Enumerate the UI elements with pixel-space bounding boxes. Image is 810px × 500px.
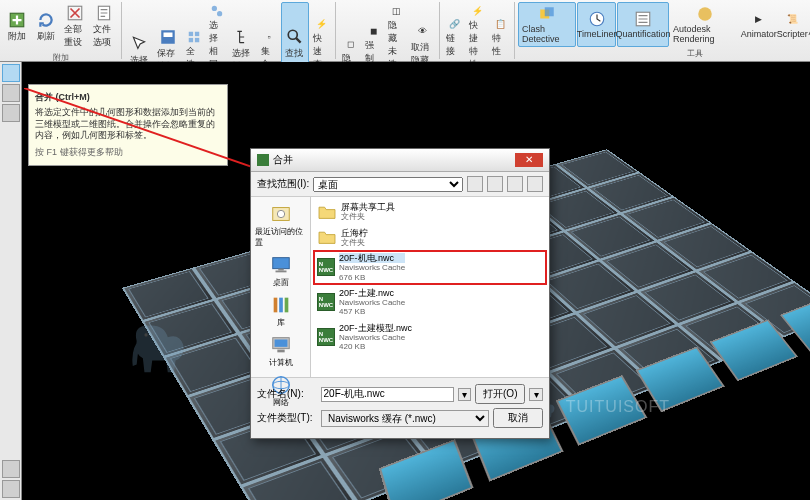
tooltip-hint: 按 F1 键获得更多帮助 [35, 146, 221, 159]
close-icon[interactable]: ✕ [515, 153, 543, 167]
left-tool-2[interactable] [2, 84, 20, 102]
filetype-select[interactable]: Navisworks 缓存 (*.nwc) [321, 410, 489, 427]
view-menu-button[interactable] [527, 176, 543, 192]
dialog-title-text: 合并 [273, 153, 293, 167]
list-item[interactable]: NNWC20F-土建模型.nwcNavisworks Cache420 KB [313, 320, 547, 355]
scripter-button[interactable]: 📜Scripter [777, 2, 808, 47]
sidebar-desktop[interactable]: 桌面 [253, 252, 308, 290]
navisworks-icon [257, 154, 269, 166]
lookin-label: 查找范围(I): [257, 177, 309, 191]
ribbon-toolbar: 附加 刷新 全部重设 文件选项 附加 选择 保存选择 全选 选择相同对象 选择树… [0, 0, 810, 62]
file-list[interactable]: 屏幕共享工具文件夹 丘海柠文件夹 NNWC20F-机电.nwcNaviswork… [311, 197, 549, 377]
open-button[interactable]: 打开(O) [475, 384, 525, 404]
filename-dropdown[interactable]: ▾ [458, 388, 472, 401]
left-toolbar [0, 62, 22, 500]
animator-button[interactable]: ▶Animator [741, 2, 776, 47]
sidebar-recent[interactable]: 最近访问的位置 [253, 201, 308, 250]
svg-point-16 [698, 7, 712, 21]
svg-point-20 [277, 210, 284, 217]
svg-rect-25 [279, 298, 283, 313]
quantification-button[interactable]: Quantification [617, 2, 669, 47]
merge-dialog: 合并 ✕ 查找范围(I): 桌面 最近访问的位置 桌面 库 计算机 网络 屏幕共… [250, 148, 550, 439]
svg-rect-6 [195, 32, 199, 36]
merge-tooltip: 合并 (Ctrl+M) 将选定文件中的几何图形和数据添加到当前的三维模型或二维图… [28, 84, 228, 166]
nwc-icon: NNWC [317, 258, 335, 276]
dialog-sidebar: 最近访问的位置 桌面 库 计算机 网络 [251, 197, 311, 377]
append-button[interactable]: 附加 [3, 2, 31, 51]
nwc-icon: NNWC [317, 328, 335, 346]
svg-rect-28 [274, 340, 287, 347]
svg-point-10 [217, 11, 222, 16]
list-item-selected[interactable]: NNWC20F-机电.nwcNavisworks Cache676 KB [313, 250, 547, 285]
left-tool-sets[interactable] [2, 460, 20, 478]
svg-rect-22 [278, 269, 284, 271]
svg-point-9 [212, 6, 217, 11]
svg-rect-13 [545, 7, 554, 16]
svg-rect-4 [164, 33, 173, 38]
dialog-toolbar: 查找范围(I): 桌面 [251, 172, 549, 197]
tooltip-description: 将选定文件中的几何图形和数据添加到当前的三维模型或二维图纸。合并操作会忽略重复的… [35, 107, 221, 142]
timeliner-button[interactable]: TimeLiner [577, 2, 616, 47]
reset-all-button[interactable]: 全部重设 [61, 2, 89, 51]
lookin-select[interactable]: 桌面 [313, 177, 463, 192]
left-tool-plan[interactable] [2, 480, 20, 498]
group-label-tools: 工具 [518, 47, 810, 60]
left-tool-3[interactable] [2, 104, 20, 122]
merge-tool-button[interactable] [2, 64, 20, 82]
svg-rect-21 [272, 258, 289, 269]
new-folder-button[interactable] [507, 176, 523, 192]
tooltip-title: 合并 (Ctrl+M) [35, 91, 221, 104]
sidebar-libraries[interactable]: 库 [253, 292, 308, 330]
refresh-button[interactable]: 刷新 [32, 2, 60, 51]
svg-point-11 [288, 30, 297, 39]
svg-rect-7 [189, 38, 193, 42]
back-button[interactable] [467, 176, 483, 192]
list-item[interactable]: 屏幕共享工具文件夹 [313, 199, 547, 225]
svg-rect-29 [277, 350, 284, 353]
svg-rect-24 [273, 298, 277, 313]
autodesk-rendering-button[interactable]: Autodesk Rendering [670, 2, 741, 47]
clash-detective-button[interactable]: Clash Detective [518, 2, 576, 47]
list-item[interactable]: 丘海柠文件夹 [313, 225, 547, 251]
svg-rect-8 [195, 38, 199, 42]
svg-rect-26 [284, 298, 288, 313]
filename-input[interactable] [321, 387, 454, 402]
svg-rect-23 [275, 271, 286, 273]
filetype-label: 文件类型(T): [257, 411, 317, 425]
nwc-icon: NNWC [317, 293, 335, 311]
open-dropdown[interactable]: ▾ [529, 388, 543, 401]
up-button[interactable] [487, 176, 503, 192]
svg-rect-5 [189, 32, 193, 36]
dialog-titlebar[interactable]: 合并 ✕ [251, 149, 549, 172]
sidebar-computer[interactable]: 计算机 [253, 332, 308, 370]
filename-label: 文件名(N): [257, 387, 317, 401]
file-options-button[interactable]: 文件选项 [90, 2, 118, 51]
cancel-button[interactable]: 取消 [493, 408, 543, 428]
list-item[interactable]: NNWC20F-土建.nwcNavisworks Cache457 KB [313, 285, 547, 320]
